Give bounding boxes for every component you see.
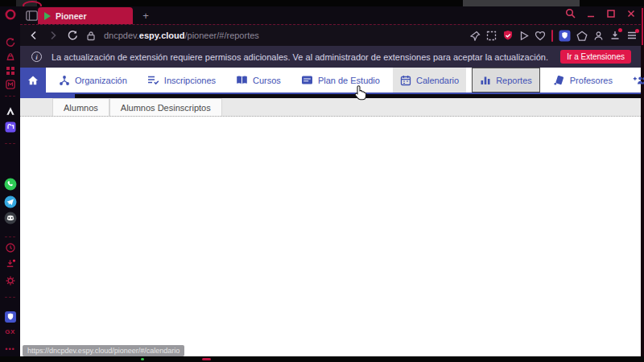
taskbar-dot-green (141, 358, 144, 360)
background-window (463, 0, 580, 6)
nav-label: Cursos (253, 76, 281, 85)
opera-menu-icon[interactable] (4, 9, 16, 21)
browser-window: GX ••• Pioneer + (0, 0, 644, 362)
maximize-icon[interactable] (606, 9, 616, 19)
accent-line (642, 8, 643, 45)
nav-label: Organización (75, 76, 127, 85)
address-bar-actions (470, 25, 638, 46)
link-preview-statusbar: https://dncpdev.espy.cloud/pioneer/#/cal… (23, 345, 184, 356)
nav-label: Calendario (416, 76, 459, 85)
nav-label: Plan de Estudio (318, 76, 380, 85)
toolbar-separator (551, 30, 553, 42)
download-tray-icon[interactable] (609, 30, 621, 41)
url-prefix: dncpdev. (104, 31, 139, 40)
subtab-alumnos[interactable]: Alumnos (52, 98, 109, 116)
lock-icon[interactable] (86, 31, 96, 41)
nav-item-reportes[interactable]: Reportes (472, 68, 540, 93)
new-tab-button[interactable]: + (139, 9, 152, 22)
nav-item-cursos[interactable]: Cursos (229, 68, 288, 93)
sidebar-toggle-icon[interactable] (26, 10, 38, 20)
extension-pentagon-icon[interactable] (576, 31, 588, 41)
menu-icon[interactable] (626, 31, 638, 40)
extension-blue-shield-icon[interactable] (559, 30, 571, 42)
subtab-label: Alumnos Desinscriptos (121, 103, 211, 113)
pin-tab-icon[interactable] (470, 31, 481, 41)
subtab-alumnos-desinscriptos[interactable]: Alumnos Desinscriptos (109, 98, 222, 116)
window-controls (565, 8, 636, 19)
page-content (20, 117, 641, 356)
favicon-play-icon (44, 12, 51, 20)
tab-pioneer[interactable]: Pioneer (38, 7, 133, 24)
nav-item-inscripciones[interactable]: Inscripciones (140, 68, 223, 93)
download-badge (618, 28, 622, 32)
extension-shield-icon[interactable] (4, 311, 16, 323)
reload-icon[interactable] (67, 30, 78, 41)
media-player-icon[interactable] (519, 31, 529, 41)
url-text[interactable]: dncpdev.espy.cloud/pioneer/#/reportes (104, 31, 259, 40)
gx-profile-icon[interactable]: GX (5, 328, 15, 335)
bottom-strip (0, 356, 644, 362)
discord-icon[interactable] (4, 212, 17, 224)
sidebar-divider (5, 96, 15, 97)
subtab-label: Alumnos (64, 103, 98, 113)
bookmark-heart-icon[interactable] (535, 31, 546, 41)
gx-store-icon[interactable] (5, 52, 15, 63)
go-to-extensions-button[interactable]: Ir a Extensiones (560, 50, 631, 64)
mouse-cursor-hand (353, 84, 367, 101)
nav-label: Profesores (570, 76, 613, 85)
taskbar-dot-red (202, 358, 211, 360)
history-icon[interactable] (5, 243, 15, 253)
nav-label: Reportes (496, 76, 532, 85)
pinned-site-icon[interactable] (5, 121, 16, 133)
back-icon[interactable] (28, 30, 39, 41)
gx-corner-icon[interactable] (5, 38, 15, 48)
minimize-icon[interactable] (586, 9, 596, 19)
tab-title: Pioneer (56, 11, 87, 21)
app-nav-bar: Organización Inscripciones Cursos Plan d… (20, 68, 641, 94)
nav-item-organizacion[interactable]: Organización (52, 68, 134, 93)
extension-avatar-icon[interactable] (593, 31, 604, 41)
nav-item-calendario[interactable]: Calendario (393, 68, 466, 93)
tab-bar: Pioneer + (20, 6, 641, 24)
sidebar-divider (5, 237, 15, 237)
menu-badge (635, 29, 639, 33)
gx-sidebar: GX ••• (0, 6, 20, 356)
search-icon[interactable] (565, 8, 576, 19)
adblock-shield-icon[interactable] (502, 30, 514, 41)
nav-item-crm[interactable]: CRM (625, 68, 644, 93)
aria-ai-icon[interactable] (5, 106, 15, 117)
telegram-icon[interactable] (4, 195, 17, 208)
close-icon[interactable] (626, 9, 636, 19)
report-subtabs: Alumnos Alumnos Desinscriptos (20, 98, 641, 117)
desktop-strip (0, 0, 644, 6)
downloads-icon[interactable] (5, 259, 15, 269)
gx-mods-icon[interactable] (6, 66, 15, 76)
messenger-icon[interactable] (5, 80, 15, 90)
notification-message: La actualización de extensión requiere p… (52, 52, 548, 62)
whatsapp-icon[interactable] (4, 178, 17, 191)
url-domain: espy.cloud (139, 31, 185, 40)
sidebar-divider (5, 297, 15, 298)
info-icon: i (31, 51, 42, 62)
sidebar-divider (5, 143, 15, 144)
home-button[interactable] (20, 68, 46, 93)
url-path: /pioneer/#/reportes (184, 31, 258, 40)
snapshot-icon[interactable] (486, 31, 497, 41)
sidebar-more-icon[interactable]: ••• (5, 345, 14, 353)
nav-label: Inscripciones (164, 76, 216, 85)
forward-icon[interactable] (47, 30, 59, 41)
settings-gear-icon[interactable] (5, 276, 15, 286)
nav-item-profesores[interactable]: Profesores (546, 68, 620, 93)
extension-notification-bar: i La actualización de extensión requiere… (20, 46, 641, 68)
nav-item-plan-de-estudio[interactable]: Plan de Estudio (294, 68, 387, 93)
address-bar: dncpdev.espy.cloud/pioneer/#/reportes (20, 24, 641, 46)
window-right-edge (641, 6, 644, 356)
